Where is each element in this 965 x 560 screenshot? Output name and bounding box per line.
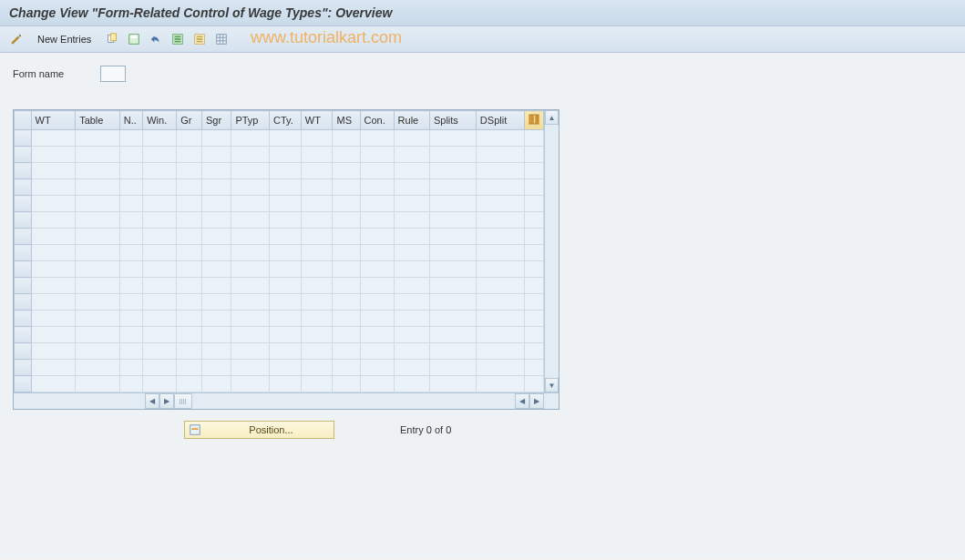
grid-cell[interactable] [119, 311, 142, 327]
grid-cell[interactable] [177, 376, 202, 392]
grid-cell[interactable] [429, 245, 476, 261]
grid-cell[interactable] [333, 147, 360, 163]
grid-cell[interactable] [177, 278, 202, 294]
grid-cell[interactable] [394, 278, 429, 294]
grid-cell[interactable] [177, 229, 202, 245]
grid-cell[interactable] [360, 147, 394, 163]
configure-columns-button[interactable] [525, 111, 544, 130]
grid-cell[interactable] [231, 376, 270, 392]
grid-cell[interactable] [270, 245, 302, 261]
grid-cell[interactable] [360, 130, 394, 147]
grid-cell[interactable] [31, 196, 76, 212]
grid-cell[interactable] [301, 147, 333, 163]
grid-cell[interactable] [333, 294, 360, 311]
grid-cell[interactable] [201, 163, 231, 179]
grid-cell[interactable] [270, 311, 302, 327]
copy-button[interactable] [103, 30, 121, 48]
grid-cell[interactable] [119, 261, 142, 278]
grid-cell[interactable] [270, 261, 302, 278]
grid-cell[interactable] [270, 179, 302, 196]
grid-cell[interactable] [394, 311, 429, 327]
grid-cell[interactable] [394, 261, 429, 278]
grid-cell[interactable] [231, 212, 270, 229]
grid-cell[interactable] [76, 311, 120, 327]
grid-cell[interactable] [476, 327, 524, 343]
grid-cell[interactable] [429, 147, 476, 163]
grid-cell[interactable] [143, 376, 177, 392]
grid-cell[interactable] [31, 229, 76, 245]
grid-cell[interactable] [119, 278, 142, 294]
grid-cell[interactable] [429, 163, 476, 179]
grid-cell[interactable] [119, 147, 142, 163]
hscroll-track[interactable] [192, 393, 515, 409]
grid-cell[interactable] [270, 343, 302, 360]
grid-cell[interactable] [231, 360, 270, 376]
grid-cell[interactable] [333, 212, 360, 229]
grid-cell[interactable] [76, 327, 120, 343]
grid-cell[interactable] [177, 147, 202, 163]
scroll-left-arrow-2[interactable]: ◀ [515, 393, 529, 409]
grid-cell[interactable] [301, 294, 333, 311]
grid-cell[interactable] [76, 196, 120, 212]
grid-cell[interactable] [201, 376, 231, 392]
grid-cell[interactable] [119, 327, 142, 343]
grid-cell[interactable] [231, 130, 270, 147]
grid-cell[interactable] [76, 130, 120, 147]
new-entries-button[interactable]: New Entries [29, 31, 99, 47]
grid-cell[interactable] [201, 343, 231, 360]
grid-cell[interactable] [143, 360, 177, 376]
grid-cell[interactable] [333, 311, 360, 327]
grid-cell[interactable] [231, 294, 270, 311]
grid-cell[interactable] [360, 376, 394, 392]
grid-cell[interactable] [270, 163, 302, 179]
grid-cell[interactable] [394, 163, 429, 179]
scroll-up-arrow[interactable]: ▲ [545, 110, 559, 125]
grid-cell[interactable] [333, 130, 360, 147]
grid-cell[interactable] [177, 130, 202, 147]
column-header[interactable]: Gr [177, 111, 202, 130]
grid-cell[interactable] [76, 261, 120, 278]
grid-cell[interactable] [143, 245, 177, 261]
grid-cell[interactable] [76, 278, 120, 294]
grid-cell[interactable] [394, 212, 429, 229]
grid-cell[interactable] [143, 327, 177, 343]
grid-cell[interactable] [301, 245, 333, 261]
grid-cell[interactable] [201, 179, 231, 196]
grid-cell[interactable] [177, 360, 202, 376]
grid-cell[interactable] [177, 196, 202, 212]
grid-cell[interactable] [301, 229, 333, 245]
grid-cell[interactable] [143, 163, 177, 179]
grid-cell[interactable] [394, 360, 429, 376]
scroll-right-arrow-2[interactable]: ▶ [529, 393, 544, 409]
grid-cell[interactable] [476, 245, 524, 261]
grid-cell[interactable] [394, 376, 429, 392]
form-name-input[interactable] [100, 66, 126, 82]
row-selector[interactable] [15, 179, 32, 196]
grid-cell[interactable] [476, 229, 524, 245]
grid-cell[interactable] [201, 196, 231, 212]
grid-cell[interactable] [476, 311, 524, 327]
grid-cell[interactable] [231, 229, 270, 245]
grid-cell[interactable] [143, 311, 177, 327]
grid-cell[interactable] [270, 147, 302, 163]
scroll-down-arrow[interactable]: ▼ [545, 378, 559, 392]
grid-cell[interactable] [333, 163, 360, 179]
grid-cell[interactable] [360, 196, 394, 212]
grid-cell[interactable] [301, 212, 333, 229]
grid-cell[interactable] [76, 229, 120, 245]
grid-cell[interactable] [301, 261, 333, 278]
grid-cell[interactable] [476, 196, 524, 212]
grid-cell[interactable] [429, 327, 476, 343]
column-header[interactable]: Sgr [201, 111, 231, 130]
grid-cell[interactable] [394, 294, 429, 311]
grid-cell[interactable] [429, 343, 476, 360]
column-header[interactable]: WT [301, 111, 333, 130]
grid-cell[interactable] [394, 196, 429, 212]
grid-cell[interactable] [333, 179, 360, 196]
grid-cell[interactable] [301, 179, 333, 196]
grid-cell[interactable] [231, 196, 270, 212]
grid-cell[interactable] [143, 130, 177, 147]
grid-cell[interactable] [301, 311, 333, 327]
grid-cell[interactable] [119, 294, 142, 311]
grid-cell[interactable] [119, 212, 142, 229]
